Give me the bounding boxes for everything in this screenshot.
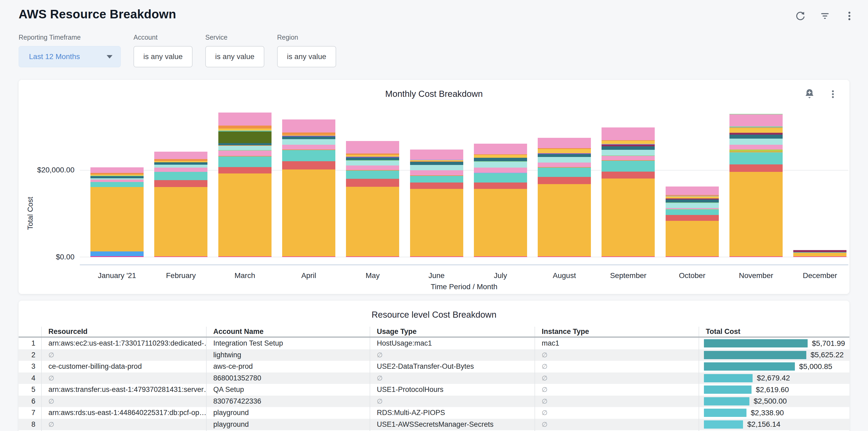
bar-segment[interactable] bbox=[218, 167, 272, 174]
bar-segment[interactable] bbox=[601, 127, 655, 140]
bar-segment[interactable] bbox=[218, 256, 272, 257]
bar-segment[interactable] bbox=[538, 184, 591, 256]
bar-segment[interactable] bbox=[346, 155, 399, 157]
table-row[interactable]: 7arn:aws:rds:us-east-1:448640225317:db:p… bbox=[19, 407, 849, 419]
column-header-total-cost[interactable]: Total Cost bbox=[699, 327, 849, 337]
bar-segment[interactable] bbox=[538, 256, 591, 257]
bar-segment[interactable] bbox=[665, 215, 719, 221]
bar-segment[interactable] bbox=[601, 141, 655, 144]
bar-segment[interactable] bbox=[665, 196, 719, 199]
bar-segment[interactable] bbox=[474, 167, 527, 173]
bar-segment[interactable] bbox=[282, 256, 335, 257]
bar-segment[interactable] bbox=[218, 156, 272, 167]
bar-segment[interactable] bbox=[218, 143, 272, 146]
bar-segment[interactable] bbox=[282, 119, 335, 132]
bar-segment[interactable] bbox=[730, 145, 783, 150]
bar-segment[interactable] bbox=[601, 156, 655, 160]
bar-segment[interactable] bbox=[410, 176, 463, 183]
filter-icon[interactable] bbox=[819, 10, 831, 22]
bar-segment[interactable] bbox=[538, 157, 591, 162]
bar-segment[interactable] bbox=[90, 167, 144, 173]
bar-segment[interactable] bbox=[90, 180, 144, 182]
bar-segment[interactable] bbox=[410, 183, 463, 189]
bar-segment[interactable] bbox=[538, 177, 591, 184]
bar-segment[interactable] bbox=[793, 253, 846, 256]
bar-segment[interactable] bbox=[282, 145, 335, 150]
bar-segment[interactable] bbox=[154, 180, 208, 187]
bar-segment[interactable] bbox=[538, 162, 591, 167]
service-filter-button[interactable]: is any value bbox=[205, 46, 264, 67]
bar-segment[interactable] bbox=[410, 256, 463, 257]
bar-segment[interactable] bbox=[410, 189, 463, 256]
bar-segment[interactable] bbox=[601, 161, 655, 172]
stacked-bar-february[interactable] bbox=[154, 152, 208, 257]
table-row[interactable]: 5arn:aws:transfer:us-east-1:479370281431… bbox=[19, 384, 849, 396]
bar-segment[interactable] bbox=[601, 150, 655, 155]
bar-segment[interactable] bbox=[665, 221, 719, 256]
stacked-bar-october[interactable] bbox=[665, 186, 719, 257]
bar-segment[interactable] bbox=[793, 250, 846, 252]
column-header-account-name[interactable]: Account Name bbox=[206, 327, 370, 337]
bar-segment[interactable] bbox=[538, 154, 591, 157]
table-row[interactable]: 1arn:aws:ec2:us-east-1:733017110293:dedi… bbox=[19, 338, 849, 349]
bar-segment[interactable] bbox=[218, 131, 272, 143]
bar-segment[interactable] bbox=[601, 146, 655, 150]
bar-segment[interactable] bbox=[218, 113, 272, 126]
account-filter-button[interactable]: is any value bbox=[133, 46, 192, 67]
bar-segment[interactable] bbox=[538, 167, 591, 177]
bar-segment[interactable] bbox=[665, 256, 719, 257]
column-header-resource-id[interactable]: ResourceId bbox=[41, 327, 206, 337]
bar-segment[interactable] bbox=[793, 256, 846, 257]
bar-segment[interactable] bbox=[154, 256, 208, 257]
bar-segment[interactable] bbox=[730, 114, 783, 126]
bar-segment[interactable] bbox=[282, 139, 335, 145]
bar-segment[interactable] bbox=[474, 173, 527, 182]
bar-segment[interactable] bbox=[346, 161, 399, 165]
bar-segment[interactable] bbox=[218, 174, 272, 256]
bar-segment[interactable] bbox=[218, 151, 272, 156]
bar-segment[interactable] bbox=[474, 189, 527, 256]
bar-segment[interactable] bbox=[346, 141, 399, 154]
bar-segment[interactable] bbox=[730, 133, 783, 134]
bar-segment[interactable] bbox=[282, 170, 335, 256]
bar-segment[interactable] bbox=[410, 170, 463, 175]
bar-segment[interactable] bbox=[730, 150, 783, 151]
bar-segment[interactable] bbox=[346, 157, 399, 160]
bar-segment[interactable] bbox=[154, 165, 208, 167]
bar-segment[interactable] bbox=[154, 162, 208, 165]
bar-segment[interactable] bbox=[218, 126, 272, 128]
bar-segment[interactable] bbox=[601, 256, 655, 257]
stacked-bar-march[interactable] bbox=[218, 113, 272, 257]
bar-segment[interactable] bbox=[474, 144, 527, 155]
stacked-bar-september[interactable] bbox=[601, 127, 655, 257]
more-vert-icon[interactable] bbox=[843, 10, 855, 22]
bar-segment[interactable] bbox=[90, 182, 144, 187]
bar-segment[interactable] bbox=[154, 172, 208, 180]
bar-segment[interactable] bbox=[282, 136, 335, 139]
bar-segment[interactable] bbox=[665, 186, 719, 195]
bar-segment[interactable] bbox=[346, 187, 399, 256]
bar-segment[interactable] bbox=[665, 199, 719, 202]
region-filter-button[interactable]: is any value bbox=[277, 46, 336, 67]
reporting-timeframe-dropdown[interactable]: Last 12 Months bbox=[19, 46, 121, 67]
bar-segment[interactable] bbox=[218, 146, 272, 150]
stacked-bar-may[interactable] bbox=[346, 141, 399, 257]
alert-bell-plus-icon[interactable] bbox=[804, 88, 815, 100]
table-row[interactable]: 6∅830767422336∅∅$2,500.00 bbox=[19, 396, 849, 407]
bar-segment[interactable] bbox=[154, 167, 208, 172]
bar-segment[interactable] bbox=[730, 128, 783, 132]
bar-segment[interactable] bbox=[474, 256, 527, 257]
bar-segment[interactable] bbox=[282, 150, 335, 161]
bar-segment[interactable] bbox=[346, 179, 399, 187]
bar-segment[interactable] bbox=[474, 183, 527, 189]
refresh-icon[interactable] bbox=[795, 10, 806, 22]
bar-segment[interactable] bbox=[90, 256, 144, 257]
bar-segment[interactable] bbox=[665, 210, 719, 215]
bar-segment[interactable] bbox=[730, 172, 783, 256]
bar-segment[interactable] bbox=[474, 162, 527, 167]
bar-segment[interactable] bbox=[474, 158, 527, 161]
bar-segment[interactable] bbox=[601, 179, 655, 256]
bar-segment[interactable] bbox=[601, 145, 655, 146]
stacked-bar-august[interactable] bbox=[538, 138, 591, 257]
table-row[interactable]: 4∅868001352780∅∅$2,679.42 bbox=[19, 372, 849, 384]
